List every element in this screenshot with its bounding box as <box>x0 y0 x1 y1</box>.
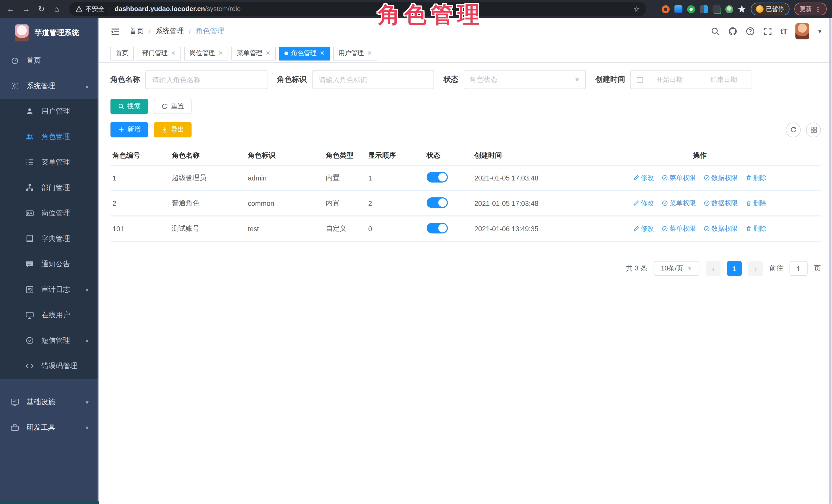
extension-icon-4[interactable] <box>700 5 708 13</box>
github-icon[interactable] <box>728 26 737 36</box>
tab-menus[interactable]: 菜单管理✕ <box>232 46 276 60</box>
sidebar-item-label: 在线用户 <box>41 311 70 320</box>
sidebar-item-infrastructure[interactable]: 基础设施 ▼ <box>0 390 99 415</box>
system-submenu: 用户管理 角色管理 菜单管理 部门管理 岗位管理 <box>0 99 99 379</box>
close-icon[interactable]: ✕ <box>266 50 270 57</box>
sidebar-item-label: 用户管理 <box>41 107 70 116</box>
breadcrumb-system[interactable]: 系统管理 <box>155 26 184 36</box>
sidebar-item-dicts[interactable]: 字典管理 <box>0 226 99 251</box>
font-size-icon[interactable]: tT <box>780 26 787 36</box>
edit-action[interactable]: 修改 <box>633 199 654 208</box>
log-file-icon <box>25 285 34 294</box>
data-permission-action[interactable]: 数据权限 <box>703 224 738 233</box>
table-toolbar: 新增 导出 <box>110 122 821 137</box>
close-icon[interactable]: ✕ <box>171 50 176 57</box>
avatar-caret-icon[interactable]: ▼ <box>817 28 823 34</box>
extension-icon-2[interactable] <box>674 5 682 13</box>
extension-icon-6[interactable] <box>725 5 733 13</box>
search-button[interactable]: 搜索 <box>110 99 148 114</box>
extension-icon-3[interactable] <box>687 5 695 13</box>
sidebar-item-departments[interactable]: 部门管理 <box>0 175 99 201</box>
delete-action[interactable]: 删除 <box>745 224 766 233</box>
close-icon[interactable]: ✕ <box>218 50 223 57</box>
tab-posts[interactable]: 岗位管理✕ <box>184 46 229 60</box>
role-key-input[interactable] <box>312 70 434 89</box>
sidebar-item-roles[interactable]: 角色管理 <box>0 124 99 150</box>
delete-action[interactable]: 删除 <box>745 199 766 208</box>
chrome-update-button[interactable]: 更新 ⋮ <box>794 3 827 16</box>
delete-action[interactable]: 删除 <box>745 173 766 182</box>
sidebar-item-users[interactable]: 用户管理 <box>0 99 99 124</box>
sidebar-item-label: 通知公告 <box>41 260 70 269</box>
profile-paused-chip[interactable]: 已暂停 <box>751 3 789 16</box>
home-icon[interactable]: ⌂ <box>52 4 61 14</box>
forward-icon[interactable]: → <box>21 4 31 14</box>
address-bar[interactable]: 不安全 dashboard.yudao.iocoder.cn/system/ro… <box>69 2 646 16</box>
help-icon[interactable] <box>745 26 755 36</box>
search-icon[interactable] <box>710 26 720 36</box>
data-permission-action[interactable]: 数据权限 <box>703 173 738 182</box>
close-icon[interactable]: ✕ <box>367 50 372 57</box>
sidebar-item-audit-logs[interactable]: 审计日志 ▼ <box>0 277 99 302</box>
page-number-current[interactable]: 1 <box>727 261 742 276</box>
circle-check-icon <box>703 175 710 181</box>
sidebar-item-dev-tools[interactable]: 研发工具 ▼ <box>0 415 99 440</box>
collapse-sidebar-icon[interactable] <box>110 27 120 36</box>
end-date-placeholder[interactable]: 结束日期 <box>702 75 746 84</box>
tab-home[interactable]: 首页 <box>110 46 134 60</box>
status-toggle[interactable] <box>427 222 448 233</box>
user-avatar[interactable] <box>795 23 809 39</box>
menu-permission-action[interactable]: 菜单权限 <box>661 173 696 182</box>
close-icon[interactable]: ✕ <box>320 50 324 57</box>
tab-departments[interactable]: 部门管理✕ <box>137 46 181 60</box>
menu-permission-action[interactable]: 菜单权限 <box>661 224 696 233</box>
fullscreen-icon[interactable] <box>763 26 773 36</box>
breadcrumb-home[interactable]: 首页 <box>129 26 144 36</box>
sidebar-item-error-codes[interactable]: 错误码管理 <box>0 353 99 379</box>
url-text[interactable]: dashboard.yudao.iocoder.cn/system/role <box>114 5 241 13</box>
edit-action[interactable]: 修改 <box>633 173 654 182</box>
tags-view-bar: 首页 部门管理✕ 岗位管理✕ 菜单管理✕ 角色管理✕ 用户管理✕ <box>99 45 832 62</box>
sidebar-item-posts[interactable]: 岗位管理 <box>0 201 99 226</box>
security-label[interactable]: 不安全 <box>85 5 105 14</box>
page-size-select[interactable]: 10条/页 ▼ <box>654 261 699 276</box>
cell-created: 2021-01-05 17:03:48 <box>472 174 578 182</box>
sidebar-item-label: 字典管理 <box>41 234 70 243</box>
sidebar-item-notices[interactable]: 通知公告 <box>0 251 99 277</box>
sidebar-item-online-users[interactable]: 在线用户 <box>0 302 99 328</box>
reset-button[interactable]: 重置 <box>154 99 191 114</box>
export-button[interactable]: 导出 <box>154 122 191 137</box>
user-icon <box>25 107 34 115</box>
browser-menu-icon[interactable]: ⋮ <box>814 5 822 13</box>
sidebar-item-sms[interactable]: 短信管理 ▼ <box>0 328 99 353</box>
data-permission-action[interactable]: 数据权限 <box>703 199 738 208</box>
status-select[interactable]: 角色状态 ▼ <box>464 70 586 89</box>
date-range-picker[interactable]: 开始日期 - 结束日期 <box>630 70 752 89</box>
role-name-input[interactable] <box>146 70 267 89</box>
page-scrollbar[interactable] <box>829 18 831 504</box>
sidebar-item-home[interactable]: 首页 <box>0 48 99 73</box>
column-settings-button[interactable] <box>806 122 821 137</box>
not-secure-warning-icon <box>75 5 83 13</box>
app-logo[interactable]: 芋道管理系统 <box>0 18 99 48</box>
tab-users[interactable]: 用户管理✕ <box>333 46 377 60</box>
prev-page-button[interactable]: ‹ <box>706 261 721 276</box>
bookmark-star-icon[interactable]: ☆ <box>633 5 640 13</box>
menu-permission-action[interactable]: 菜单权限 <box>661 199 696 208</box>
tab-roles[interactable]: 角色管理✕ <box>279 46 330 60</box>
next-page-button[interactable]: › <box>748 261 763 276</box>
add-button[interactable]: 新增 <box>110 122 148 137</box>
extension-icon-7[interactable] <box>738 5 746 13</box>
status-toggle[interactable] <box>427 197 448 208</box>
sidebar-item-system[interactable]: 系统管理 ▲ <box>0 73 99 99</box>
refresh-table-button[interactable] <box>786 122 801 137</box>
extension-icon-5[interactable] <box>712 5 720 13</box>
edit-action[interactable]: 修改 <box>633 224 654 233</box>
status-toggle[interactable] <box>427 171 448 182</box>
start-date-placeholder[interactable]: 开始日期 <box>648 75 692 84</box>
extension-icon-1[interactable] <box>661 5 670 13</box>
goto-page-input[interactable] <box>789 261 807 276</box>
reload-icon[interactable]: ↻ <box>37 4 46 14</box>
back-icon[interactable]: ← <box>6 4 16 14</box>
sidebar-item-menus[interactable]: 菜单管理 <box>0 150 99 175</box>
